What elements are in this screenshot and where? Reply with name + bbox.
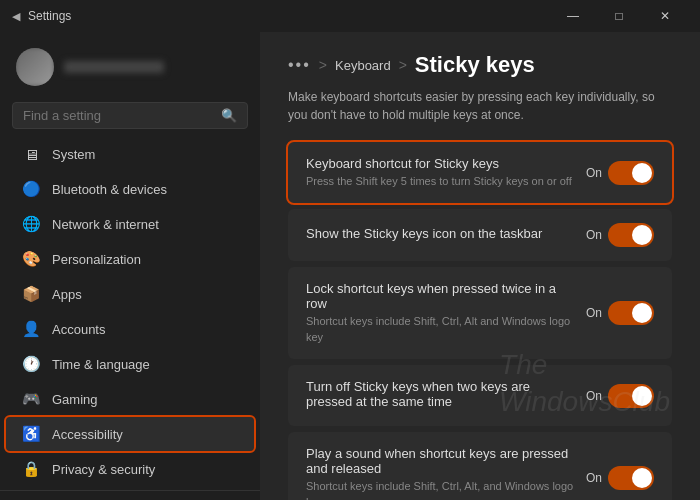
sidebar-label-privacy: Privacy & security: [52, 462, 155, 477]
toggle-icon[interactable]: [608, 223, 654, 247]
setting-desc-lock: Shortcut keys include Shift, Ctrl, Alt a…: [306, 314, 574, 345]
setting-title-turnoff: Turn off Sticky keys when two keys are p…: [306, 379, 574, 409]
toggle-turnoff[interactable]: [608, 384, 654, 408]
sidebar: 🔍 🖥 System 🔵 Bluetooth & devices 🌐 Netwo…: [0, 32, 260, 500]
sidebar-item-network[interactable]: 🌐 Network & internet: [6, 207, 254, 241]
sidebar-bottom: ⬇ Windows Update: [0, 490, 260, 500]
sidebar-item-gaming[interactable]: 🎮 Gaming: [6, 382, 254, 416]
avatar: [16, 48, 54, 86]
page-description: Make keyboard shortcuts easier by pressi…: [288, 88, 672, 124]
toggle-shortcut[interactable]: [608, 161, 654, 185]
apps-icon: 📦: [22, 285, 40, 303]
time-icon: 🕐: [22, 355, 40, 373]
setting-card-lock: Lock shortcut keys when pressed twice in…: [288, 267, 672, 359]
close-button[interactable]: ✕: [642, 0, 688, 32]
toggle-wrap-turnoff: On: [586, 384, 654, 408]
setting-card-sound: Play a sound when shortcut keys are pres…: [288, 432, 672, 500]
toggle-lock[interactable]: [608, 301, 654, 325]
sidebar-label-bluetooth: Bluetooth & devices: [52, 182, 167, 197]
toggle-label-icon: On: [586, 228, 602, 242]
breadcrumb-current: Sticky keys: [415, 52, 535, 78]
setting-title-shortcut: Keyboard shortcut for Sticky keys: [306, 156, 574, 171]
toggle-label-lock: On: [586, 306, 602, 320]
maximize-button[interactable]: □: [596, 0, 642, 32]
titlebar-nav: ◀: [12, 10, 20, 23]
titlebar-left: ◀ Settings: [12, 9, 71, 23]
setting-card-icon: Show the Sticky keys icon on the taskbar…: [288, 209, 672, 261]
sidebar-item-accessibility[interactable]: ♿ Accessibility: [6, 417, 254, 451]
setting-title-sound: Play a sound when shortcut keys are pres…: [306, 446, 574, 476]
setting-info-turnoff: Turn off Sticky keys when two keys are p…: [306, 379, 574, 412]
sidebar-label-time: Time & language: [52, 357, 150, 372]
sidebar-item-bluetooth[interactable]: 🔵 Bluetooth & devices: [6, 172, 254, 206]
sidebar-label-accounts: Accounts: [52, 322, 105, 337]
titlebar: ◀ Settings — □ ✕: [0, 0, 700, 32]
accessibility-icon: ♿: [22, 425, 40, 443]
personalization-icon: 🎨: [22, 250, 40, 268]
search-input[interactable]: [23, 108, 213, 123]
toggle-sound[interactable]: [608, 466, 654, 490]
setting-info-shortcut: Keyboard shortcut for Sticky keys Press …: [306, 156, 574, 189]
accounts-icon: 👤: [22, 320, 40, 338]
content-area: ••• > Keyboard > Sticky keys Make keyboa…: [260, 32, 700, 500]
sidebar-item-privacy[interactable]: 🔒 Privacy & security: [6, 452, 254, 486]
setting-title-icon: Show the Sticky keys icon on the taskbar: [306, 226, 574, 241]
privacy-icon: 🔒: [22, 460, 40, 478]
sidebar-item-windows-update[interactable]: ⬇ Windows Update: [6, 496, 254, 500]
settings-list: Keyboard shortcut for Sticky keys Press …: [288, 142, 672, 500]
setting-desc-sound: Shortcut keys include Shift, Ctrl, Alt, …: [306, 479, 574, 500]
search-box[interactable]: 🔍: [12, 102, 248, 129]
toggle-wrap-shortcut: On: [586, 161, 654, 185]
search-icon: 🔍: [221, 108, 237, 123]
toggle-label-turnoff: On: [586, 389, 602, 403]
sidebar-label-network: Network & internet: [52, 217, 159, 232]
sidebar-label-apps: Apps: [52, 287, 82, 302]
setting-desc-shortcut: Press the Shift key 5 times to turn Stic…: [306, 174, 574, 189]
sidebar-profile: [0, 40, 260, 98]
toggle-wrap-lock: On: [586, 301, 654, 325]
setting-info-lock: Lock shortcut keys when pressed twice in…: [306, 281, 574, 345]
minimize-button[interactable]: —: [550, 0, 596, 32]
breadcrumb-dots: •••: [288, 56, 311, 74]
sidebar-label-personalization: Personalization: [52, 252, 141, 267]
sidebar-item-personalization[interactable]: 🎨 Personalization: [6, 242, 254, 276]
sidebar-label-gaming: Gaming: [52, 392, 98, 407]
breadcrumb-sep2: >: [399, 57, 407, 73]
system-icon: 🖥: [22, 145, 40, 163]
gaming-icon: 🎮: [22, 390, 40, 408]
setting-card-shortcut: Keyboard shortcut for Sticky keys Press …: [288, 142, 672, 203]
sidebar-item-apps[interactable]: 📦 Apps: [6, 277, 254, 311]
setting-title-lock: Lock shortcut keys when pressed twice in…: [306, 281, 574, 311]
breadcrumb-sep1: >: [319, 57, 327, 73]
sidebar-label-system: System: [52, 147, 95, 162]
app-body: 🔍 🖥 System 🔵 Bluetooth & devices 🌐 Netwo…: [0, 32, 700, 500]
breadcrumb: ••• > Keyboard > Sticky keys: [288, 52, 672, 78]
back-button[interactable]: ◀: [12, 10, 20, 23]
app-title: Settings: [28, 9, 71, 23]
toggle-wrap-sound: On: [586, 466, 654, 490]
setting-info-sound: Play a sound when shortcut keys are pres…: [306, 446, 574, 500]
toggle-label-shortcut: On: [586, 166, 602, 180]
sidebar-item-system[interactable]: 🖥 System: [6, 137, 254, 171]
toggle-wrap-icon: On: [586, 223, 654, 247]
bottom-nav-list: ⬇ Windows Update: [0, 496, 260, 500]
nav-list: 🖥 System 🔵 Bluetooth & devices 🌐 Network…: [0, 137, 260, 486]
sidebar-item-accounts[interactable]: 👤 Accounts: [6, 312, 254, 346]
bluetooth-icon: 🔵: [22, 180, 40, 198]
sidebar-item-time[interactable]: 🕐 Time & language: [6, 347, 254, 381]
toggle-label-sound: On: [586, 471, 602, 485]
breadcrumb-keyboard-link[interactable]: Keyboard: [335, 58, 391, 73]
network-icon: 🌐: [22, 215, 40, 233]
username-blur: [64, 61, 164, 73]
window-controls: — □ ✕: [550, 0, 688, 32]
setting-info-icon: Show the Sticky keys icon on the taskbar: [306, 226, 574, 244]
setting-card-turnoff: Turn off Sticky keys when two keys are p…: [288, 365, 672, 426]
sidebar-label-accessibility: Accessibility: [52, 427, 123, 442]
